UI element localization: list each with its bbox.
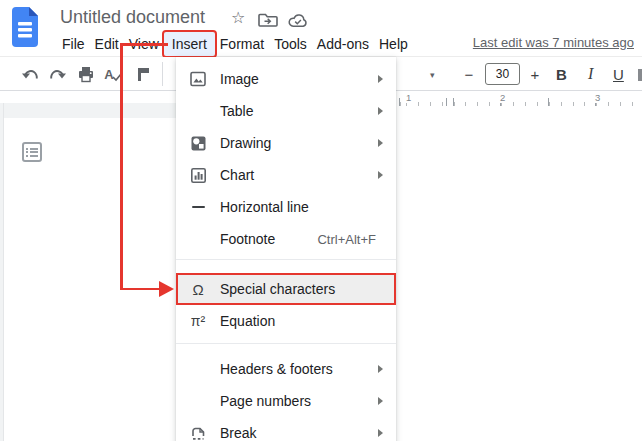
undo-icon[interactable] [20, 64, 40, 84]
increase-font-size-button[interactable]: + [524, 62, 546, 86]
menu-help[interactable]: Help [374, 32, 413, 56]
image-icon [176, 70, 220, 88]
menu-format[interactable]: Format [215, 32, 269, 56]
annotation-arrowhead [159, 281, 174, 297]
paint-format-icon[interactable] [133, 64, 153, 84]
font-size-input[interactable]: 30 [485, 63, 520, 85]
shortcut-label: Ctrl+Alt+F [317, 232, 396, 247]
submenu-arrow-icon [378, 107, 383, 115]
page-left-edge [0, 103, 4, 441]
print-icon[interactable] [76, 64, 96, 84]
menu-item-image[interactable]: Image [176, 63, 396, 95]
page-break-icon [176, 425, 220, 441]
menu-item-special-characters[interactable]: Ω Special characters [176, 273, 396, 305]
move-to-folder-icon[interactable] [258, 11, 278, 28]
annotation-line-horizontal [121, 43, 168, 46]
last-edit-link[interactable]: Last edit was 7 minutes ago [473, 35, 634, 50]
ruler: 1 2 3 [398, 92, 642, 109]
menu-item-break[interactable]: Break [176, 417, 396, 441]
menu-item-chart[interactable]: Chart [176, 159, 396, 191]
font-dropdown-caret-icon[interactable]: ▾ [430, 70, 435, 80]
submenu-arrow-icon [378, 139, 383, 147]
ruler-number: 2 [498, 92, 507, 103]
document-title[interactable]: Untitled document [60, 7, 205, 28]
menu-addons[interactable]: Add-ons [312, 32, 374, 56]
decrease-font-size-button[interactable]: − [458, 62, 480, 86]
menu-tools[interactable]: Tools [269, 32, 312, 56]
menu-item-page-numbers[interactable]: Page numbers [176, 385, 396, 417]
cut-off-toolbar-icon [638, 69, 642, 81]
google-docs-window: Untitled document ☆ File Edit View Inser… [0, 0, 642, 441]
pi-squared-icon: π² [176, 313, 220, 329]
ruler-number: 3 [593, 92, 602, 103]
chart-icon [176, 167, 220, 184]
menu-bar: File Edit View Insert Format Tools Add-o… [57, 30, 413, 57]
submenu-arrow-icon [378, 397, 383, 405]
star-icon[interactable]: ☆ [231, 8, 245, 27]
bold-button[interactable]: B [556, 66, 567, 83]
google-docs-logo[interactable] [10, 6, 40, 48]
docs-logo-icon [10, 6, 40, 48]
menu-item-footnote[interactable]: Footnote Ctrl+Alt+F [176, 223, 396, 255]
submenu-arrow-icon [378, 365, 383, 373]
horizontal-line-icon [176, 206, 220, 208]
menu-item-headers-footers[interactable]: Headers & footers [176, 353, 396, 385]
submenu-arrow-icon [378, 75, 383, 83]
annotation-arrow-shaft [121, 288, 161, 291]
document-outline-icon[interactable] [22, 142, 42, 162]
menu-item-equation[interactable]: π² Equation [176, 305, 396, 337]
submenu-arrow-icon [378, 171, 383, 179]
insert-dropdown-menu: Image Table Drawing [176, 57, 396, 441]
submenu-arrow-icon [378, 429, 383, 437]
menu-item-drawing[interactable]: Drawing [176, 127, 396, 159]
menu-separator [176, 259, 396, 260]
menu-item-horizontal-line[interactable]: Horizontal line [176, 191, 396, 223]
header-bar: Untitled document ☆ File Edit View Inser… [0, 0, 642, 57]
annotation-line-vertical [120, 43, 123, 290]
italic-button[interactable]: I [588, 65, 593, 83]
underline-button[interactable]: U [613, 66, 624, 83]
cloud-saved-icon[interactable] [288, 13, 309, 28]
canvas-margin-band [0, 103, 177, 118]
menu-item-table[interactable]: Table [176, 95, 396, 127]
menu-separator [176, 343, 396, 344]
menu-file[interactable]: File [57, 32, 90, 56]
ruler-ticks [398, 98, 642, 106]
redo-icon[interactable] [48, 64, 68, 84]
menu-edit[interactable]: Edit [90, 32, 124, 56]
menu-insert[interactable]: Insert [164, 32, 215, 56]
ruler-number: 1 [404, 92, 413, 103]
drawing-icon [176, 135, 220, 152]
toolbar-divider [162, 62, 163, 86]
red-highlight-box [176, 273, 396, 305]
